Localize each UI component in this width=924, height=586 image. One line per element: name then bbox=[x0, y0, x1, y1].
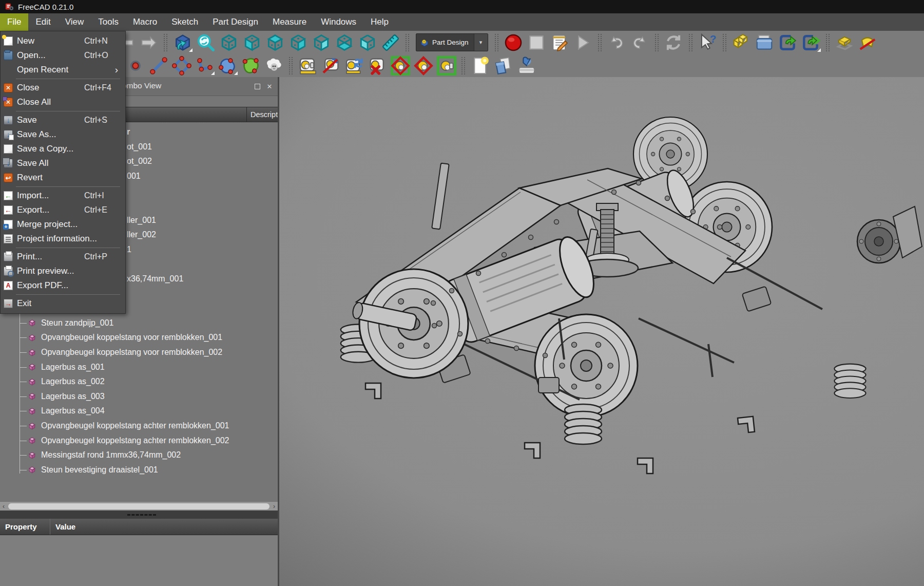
menu-help[interactable]: Help bbox=[363, 13, 396, 31]
tree-horizontal-scrollbar[interactable]: ‹ › bbox=[0, 501, 278, 511]
file-menu-item-exit[interactable]: Exit bbox=[1, 296, 125, 311]
face-icon[interactable] bbox=[239, 55, 262, 77]
top-view-icon[interactable] bbox=[263, 32, 286, 53]
menu-sketch[interactable]: Sketch bbox=[164, 13, 205, 31]
measure-toggle-all-icon[interactable] bbox=[389, 55, 412, 77]
fit-all-icon[interactable] bbox=[194, 32, 217, 53]
file-menu-item-import[interactable]: Import...Ctrl+I bbox=[1, 188, 125, 203]
file-menu-item-open[interactable]: Open...Ctrl+O bbox=[1, 48, 125, 63]
tree-item-label: Opvangbeugel koppelstang voor remblokken… bbox=[41, 348, 222, 357]
menu-shortcut: Ctrl+O bbox=[84, 51, 121, 60]
print-icon bbox=[4, 252, 13, 261]
measure-toggle-ortho-icon[interactable] bbox=[435, 55, 458, 77]
polyline-icon[interactable] bbox=[193, 55, 216, 77]
file-menu-item-new[interactable]: NewCtrl+N bbox=[1, 34, 125, 48]
macro-edit-icon[interactable] bbox=[548, 32, 571, 53]
macro-record-icon[interactable] bbox=[502, 32, 525, 53]
shapebinder-icon[interactable] bbox=[856, 32, 879, 53]
scrollbar-thumb[interactable] bbox=[8, 503, 270, 509]
save-file-icon[interactable] bbox=[515, 55, 538, 77]
save-as-icon bbox=[4, 130, 13, 139]
part-icon bbox=[28, 465, 36, 474]
tree-branch-line bbox=[20, 367, 27, 368]
merge-icon bbox=[4, 220, 13, 229]
measure-refresh-icon[interactable] bbox=[342, 55, 365, 77]
file-menu-item-revert[interactable]: Revert bbox=[1, 171, 125, 185]
file-menu-item-save[interactable]: SaveCtrl+S bbox=[1, 113, 125, 127]
file-menu-item-export[interactable]: Export...Ctrl+E bbox=[1, 203, 125, 217]
group-icon[interactable] bbox=[753, 32, 776, 53]
workbench-selector[interactable]: Part Design ▾ bbox=[416, 33, 488, 51]
refresh-icon[interactable] bbox=[662, 32, 685, 53]
measure-angular-icon[interactable] bbox=[319, 55, 342, 77]
scroll-right-icon[interactable]: › bbox=[271, 502, 278, 511]
file-menu-item-close[interactable]: CloseCtrl+F4 bbox=[1, 81, 125, 95]
whats-this-icon[interactable]: ? bbox=[696, 32, 719, 53]
line-icon[interactable] bbox=[147, 55, 170, 77]
undo-icon[interactable] bbox=[605, 32, 628, 53]
tree-item[interactable]: Steun bevestiging draaistel_001 bbox=[0, 463, 278, 477]
new-file-icon[interactable] bbox=[469, 55, 492, 77]
scroll-left-icon[interactable]: ‹ bbox=[0, 502, 7, 511]
front-view-icon[interactable] bbox=[240, 32, 263, 53]
menu-macro[interactable]: Macro bbox=[126, 13, 164, 31]
file-menu-item-save-as[interactable]: Save As... bbox=[1, 127, 125, 142]
blank-icon bbox=[4, 65, 13, 74]
tree-item[interactable]: Lagerbus as_002 bbox=[0, 374, 278, 389]
menu-edit[interactable]: Edit bbox=[28, 13, 57, 31]
right-view-icon[interactable] bbox=[286, 32, 310, 53]
bspline-icon[interactable] bbox=[216, 55, 239, 77]
macro-play-icon[interactable] bbox=[571, 32, 594, 53]
panel-splitter[interactable] bbox=[0, 511, 278, 519]
tree-item[interactable]: Lagerbus as_004 bbox=[0, 404, 278, 418]
file-menu-item-close-all[interactable]: Close All bbox=[1, 95, 125, 109]
tree-item[interactable]: Messingstaf rond 1mmx36,74mm_002 bbox=[0, 448, 278, 462]
point-icon[interactable] bbox=[124, 55, 147, 77]
part-icon bbox=[28, 422, 36, 430]
rear-view-icon[interactable] bbox=[310, 32, 333, 53]
forward-icon[interactable] bbox=[137, 32, 160, 53]
datum-icon[interactable] bbox=[833, 32, 856, 53]
menu-view[interactable]: View bbox=[58, 13, 91, 31]
carbon-copy-icon[interactable] bbox=[262, 55, 285, 77]
file-menu-item-open-recent[interactable]: Open Recent› bbox=[1, 63, 125, 77]
part-icon[interactable] bbox=[730, 32, 753, 53]
tree-item[interactable]: Lagerbus as_003 bbox=[0, 389, 278, 404]
dock-close-icon[interactable]: ✕ bbox=[265, 82, 274, 90]
tree-item[interactable]: Opvangbeugel koppelstang voor remblokken… bbox=[0, 345, 278, 360]
menu-tools[interactable]: Tools bbox=[91, 13, 126, 31]
file-menu-item-merge-project[interactable]: Merge project... bbox=[1, 217, 125, 232]
file-menu-item-save-a-copy[interactable]: Save a Copy... bbox=[1, 142, 125, 156]
3d-viewport[interactable] bbox=[279, 77, 924, 586]
tree-item[interactable]: Opvangbeugel koppelstang achter remblokk… bbox=[0, 433, 278, 448]
macro-stop-icon[interactable] bbox=[525, 32, 548, 53]
redo-icon[interactable] bbox=[628, 32, 651, 53]
left-view-icon[interactable] bbox=[356, 32, 379, 53]
tree-item[interactable]: Lagerbus as_001 bbox=[0, 360, 278, 374]
menu-part-design[interactable]: Part Design bbox=[205, 13, 265, 31]
file-menu-item-print-preview[interactable]: Print preview... bbox=[1, 264, 125, 278]
open-file-icon[interactable] bbox=[492, 55, 515, 77]
link-group-icon[interactable] bbox=[799, 32, 822, 53]
rectangle-icon[interactable] bbox=[170, 55, 193, 77]
measure-toggle-icon[interactable] bbox=[412, 55, 435, 77]
bottom-view-icon[interactable] bbox=[333, 32, 356, 53]
measure-linear-icon[interactable] bbox=[296, 55, 319, 77]
file-menu-item-project-information[interactable]: Project information... bbox=[1, 232, 125, 246]
isometric-view-icon[interactable] bbox=[217, 32, 240, 53]
file-menu-item-print[interactable]: Print...Ctrl+P bbox=[1, 250, 125, 264]
file-menu-item-export-pdf[interactable]: Export PDF... bbox=[1, 278, 125, 293]
open-icon bbox=[4, 51, 13, 60]
file-menu-item-save-all[interactable]: Save All bbox=[1, 156, 125, 171]
tree-item[interactable]: Opvangbeugel koppelstang voor remblokken… bbox=[0, 330, 278, 345]
menu-file[interactable]: File bbox=[0, 13, 28, 31]
measure-clear-icon[interactable] bbox=[365, 55, 389, 77]
tree-item[interactable]: Opvangbeugel koppelstang achter remblokk… bbox=[0, 419, 278, 433]
menu-measure[interactable]: Measure bbox=[265, 13, 314, 31]
axonometric-view-icon[interactable] bbox=[171, 32, 194, 53]
measure-ruler-icon[interactable] bbox=[379, 32, 402, 53]
dock-float-icon[interactable] bbox=[253, 82, 261, 90]
link-icon[interactable] bbox=[776, 32, 799, 53]
tree-item[interactable]: Steun zandpijp_001 bbox=[0, 316, 278, 330]
menu-windows[interactable]: Windows bbox=[314, 13, 363, 31]
